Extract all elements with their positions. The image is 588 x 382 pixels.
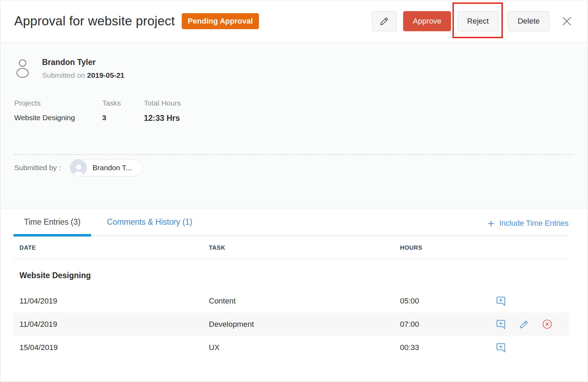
edit-button[interactable]	[372, 11, 397, 31]
projects-label: Projects	[14, 99, 102, 107]
column-header-date: DATE	[14, 244, 203, 251]
entry-hours: 05:00	[394, 297, 479, 306]
remove-entry-button[interactable]	[542, 319, 553, 330]
submitted-by-label: Submitted by :	[14, 164, 61, 172]
submitted-on-line: Submitted on 2019-05-21	[42, 71, 124, 80]
entry-date: 11/04/2019	[14, 297, 203, 306]
include-time-entries-link[interactable]: + Include Time Entries	[488, 219, 569, 228]
chip-name: Brandon T...	[92, 164, 132, 172]
submitted-by-row: Submitted by : Brandon T...	[14, 159, 574, 176]
column-header-task: TASK	[203, 244, 394, 251]
pencil-icon	[519, 319, 529, 330]
time-entries-table: DATE TASK HOURS Website Designing 11/04/…	[14, 237, 569, 359]
submitter-info: Brandon Tyler Submitted on 2019-05-21	[14, 58, 574, 80]
stat-tasks: Tasks 3	[102, 99, 144, 123]
total-hours-value: 12:33 Hrs	[144, 114, 181, 123]
header-bar: Approval for website project Pending App…	[0, 0, 588, 42]
tasks-label: Tasks	[102, 99, 144, 107]
project-group-header: Website Designing	[14, 259, 569, 289]
delete-button[interactable]: Delete	[508, 11, 549, 31]
submitter-text-block: Brandon Tyler Submitted on 2019-05-21	[42, 58, 124, 80]
table-row: 11/04/2019 Content 05:00	[14, 289, 569, 313]
header-actions: Approve Reject Delete	[372, 11, 574, 31]
submitter-chip[interactable]: Brandon T...	[70, 159, 142, 176]
include-time-entries-label: Include Time Entries	[499, 219, 569, 228]
entry-actions	[479, 319, 569, 330]
stat-projects: Projects Website Designing	[14, 99, 102, 123]
person-avatar-icon	[70, 159, 87, 176]
table-row: 15/04/2019 UX 00:33	[14, 336, 569, 359]
circle-x-icon	[542, 319, 553, 330]
dashed-divider	[14, 154, 574, 155]
add-note-bubble-icon	[495, 342, 506, 353]
entry-date: 15/04/2019	[14, 343, 203, 352]
column-header-hours: HOURS	[394, 244, 479, 251]
tasks-value: 3	[102, 114, 144, 122]
submitted-on-label: Submitted on	[42, 71, 85, 79]
entry-hours: 07:00	[394, 320, 479, 329]
close-button[interactable]	[560, 14, 574, 28]
reject-button-wrapper: Reject	[457, 11, 498, 31]
add-note-button[interactable]	[495, 319, 506, 330]
summary-stats: Projects Website Designing Tasks 3 Total…	[14, 99, 574, 123]
close-icon	[562, 16, 572, 26]
add-note-button[interactable]	[495, 342, 506, 353]
table-header-row: DATE TASK HOURS	[14, 237, 569, 259]
submitted-date: 2019-05-21	[87, 71, 124, 79]
page-title: Approval for website project	[14, 14, 175, 28]
pencil-icon	[379, 16, 390, 26]
projects-value: Website Designing	[14, 114, 102, 122]
approval-detail-panel: Approval for website project Pending App…	[0, 0, 588, 382]
total-hours-label: Total Hours	[144, 99, 181, 107]
table-row: 11/04/2019 Development 07:00	[14, 313, 569, 336]
tab-comments-history[interactable]: Comments & History (1)	[97, 214, 203, 236]
stat-total-hours: Total Hours 12:33 Hrs	[144, 99, 181, 123]
entry-task: UX	[203, 343, 394, 352]
status-badge: Pending Approval	[182, 13, 259, 29]
entry-actions	[479, 342, 569, 353]
tabs-bar: Time Entries (3) Comments & History (1) …	[0, 208, 588, 237]
approve-button[interactable]: Approve	[403, 11, 451, 31]
add-note-button[interactable]	[495, 296, 506, 307]
person-outline-icon	[14, 58, 31, 78]
add-note-bubble-icon	[495, 296, 506, 307]
entry-hours: 00:33	[394, 343, 479, 352]
edit-entry-button[interactable]	[519, 319, 529, 330]
tab-time-entries[interactable]: Time Entries (3)	[14, 214, 91, 236]
approval-summary-section: Brandon Tyler Submitted on 2019-05-21 Pr…	[0, 42, 588, 208]
submitter-name: Brandon Tyler	[42, 58, 124, 67]
reject-button[interactable]: Reject	[457, 11, 498, 31]
entry-date: 11/04/2019	[14, 320, 203, 329]
add-note-bubble-icon	[495, 319, 506, 330]
entry-task: Content	[203, 297, 394, 306]
entry-actions	[479, 296, 569, 307]
plus-icon: +	[488, 219, 495, 227]
entry-task: Development	[203, 320, 394, 329]
